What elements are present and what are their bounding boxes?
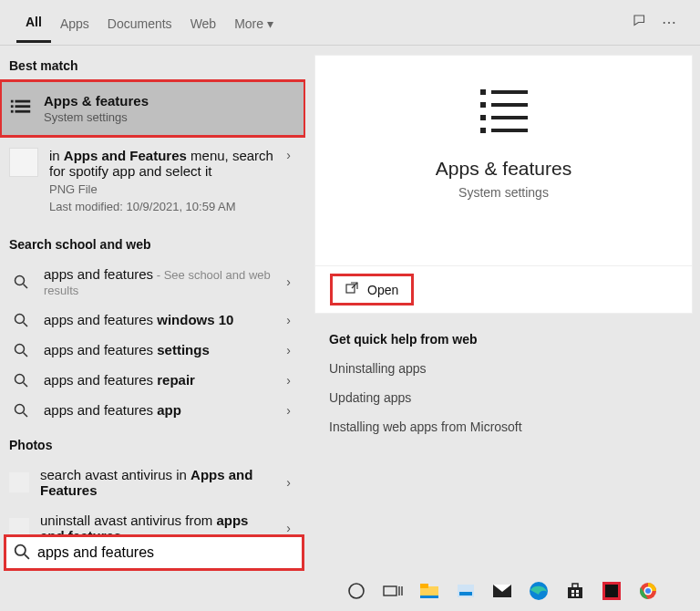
svg-point-6 xyxy=(15,276,25,285)
web-result-text: apps and features repair xyxy=(44,372,275,388)
svg-point-49 xyxy=(645,588,651,594)
taskbar-app-icon-1[interactable] xyxy=(454,579,478,603)
svg-rect-3 xyxy=(15,105,31,108)
taskbar-taskview-icon[interactable] xyxy=(381,579,405,603)
more-options-icon[interactable]: ⋯ xyxy=(654,14,684,31)
section-photos: Photos xyxy=(0,425,305,460)
help-link-0[interactable]: Uninstalling apps xyxy=(329,361,678,376)
section-best-match: Best match xyxy=(0,46,305,80)
svg-rect-33 xyxy=(420,595,438,598)
result-text: Apps & features System settings xyxy=(44,93,296,124)
best-match-subtitle: System settings xyxy=(44,110,296,124)
svg-rect-44 xyxy=(576,594,579,596)
search-icon xyxy=(14,544,30,563)
file-result-type: PNG File xyxy=(49,182,275,196)
web-result-text: apps and features - See school and web r… xyxy=(44,266,275,297)
web-result-2[interactable]: apps and features settings › xyxy=(0,335,305,365)
search-icon xyxy=(9,274,33,289)
quick-help-section: Get quick help from web Uninstalling app… xyxy=(314,314,693,467)
svg-rect-35 xyxy=(459,592,472,595)
search-input[interactable] xyxy=(37,544,294,561)
svg-line-26 xyxy=(25,554,29,558)
svg-line-11 xyxy=(24,352,28,357)
svg-rect-43 xyxy=(571,594,574,596)
taskbar-app-icon-2[interactable] xyxy=(600,579,623,603)
svg-rect-18 xyxy=(480,102,486,108)
file-result-modified: Last modified: 10/9/2021, 10:59 AM xyxy=(49,200,275,213)
tab-all[interactable]: All xyxy=(16,2,51,43)
search-icon xyxy=(9,403,33,418)
svg-rect-24 xyxy=(346,285,355,293)
results-panel: Best match Apps & features System settin… xyxy=(0,46,305,570)
svg-rect-4 xyxy=(11,110,14,113)
chevron-right-icon: › xyxy=(286,403,296,418)
photo-result-text: search avast antivirus in Apps and Featu… xyxy=(40,467,275,498)
taskbar-mail-icon[interactable] xyxy=(490,579,514,603)
svg-rect-46 xyxy=(605,585,618,597)
open-button-label: Open xyxy=(367,283,398,297)
svg-rect-40 xyxy=(572,584,578,588)
svg-rect-1 xyxy=(15,100,31,103)
svg-line-7 xyxy=(24,285,28,289)
web-result-text: apps and features settings xyxy=(44,342,275,357)
search-icon xyxy=(9,343,33,357)
svg-rect-21 xyxy=(491,116,528,119)
svg-point-8 xyxy=(15,314,25,323)
search-icon xyxy=(9,313,33,327)
svg-point-25 xyxy=(15,544,26,554)
preview-actions: Open xyxy=(314,266,693,314)
web-result-3[interactable]: apps and features repair › xyxy=(0,365,305,395)
help-link-2[interactable]: Installing web apps from Microsoft xyxy=(329,419,678,434)
result-file-png[interactable]: in Apps and Features menu, search for sp… xyxy=(0,137,305,224)
taskbar-chrome-icon[interactable] xyxy=(636,579,660,603)
svg-rect-17 xyxy=(491,90,528,94)
feedback-icon[interactable] xyxy=(625,13,654,33)
svg-rect-16 xyxy=(480,89,486,95)
chevron-right-icon: › xyxy=(286,274,296,289)
taskbar-file-explorer-icon[interactable] xyxy=(417,579,441,603)
quick-help-header: Get quick help from web xyxy=(329,332,678,347)
svg-rect-23 xyxy=(491,129,528,132)
chevron-right-icon: › xyxy=(286,521,296,535)
apps-features-large-icon xyxy=(475,79,533,143)
taskbar-edge-icon[interactable] xyxy=(527,579,551,603)
tab-documents[interactable]: Documents xyxy=(98,4,181,42)
chevron-down-icon: ▾ xyxy=(267,16,273,31)
preview-subtitle: System settings xyxy=(458,185,549,200)
svg-rect-32 xyxy=(420,584,428,588)
taskbar-cortana-icon[interactable] xyxy=(345,579,368,603)
web-result-text: apps and features app xyxy=(44,402,275,418)
web-result-0[interactable]: apps and features - See school and web r… xyxy=(0,259,305,305)
file-result-title: in Apps and Features menu, search for sp… xyxy=(49,148,275,179)
svg-point-14 xyxy=(15,404,25,413)
chevron-right-icon: › xyxy=(286,373,296,388)
svg-line-13 xyxy=(24,382,28,387)
web-result-4[interactable]: apps and features app › xyxy=(0,395,305,425)
chevron-right-icon: › xyxy=(286,148,296,162)
help-link-1[interactable]: Updating apps xyxy=(329,390,678,405)
web-result-1[interactable]: apps and features windows 10 › xyxy=(0,305,305,335)
settings-list-icon xyxy=(9,96,33,121)
svg-rect-20 xyxy=(480,115,486,120)
preview-panel: Apps & features System settings Open Get… xyxy=(305,46,700,570)
svg-point-12 xyxy=(15,374,25,383)
svg-rect-19 xyxy=(491,103,528,107)
search-icon xyxy=(9,373,33,388)
photo-result-0[interactable]: search avast antivirus in Apps and Featu… xyxy=(0,460,305,505)
chevron-right-icon: › xyxy=(286,343,296,357)
preview-title: Apps & features xyxy=(436,158,571,180)
search-scope-tabs: All Apps Documents Web More ▾ ⋯ xyxy=(0,0,700,46)
open-icon xyxy=(345,282,358,297)
tab-more[interactable]: More ▾ xyxy=(225,4,283,42)
taskbar-store-icon[interactable] xyxy=(563,579,587,603)
section-search-web: Search school and web xyxy=(0,224,305,259)
chevron-right-icon: › xyxy=(286,475,296,490)
best-match-title: Apps & features xyxy=(44,93,296,109)
result-apps-and-features[interactable]: Apps & features System settings xyxy=(0,80,305,137)
open-button[interactable]: Open xyxy=(330,274,414,306)
search-box[interactable] xyxy=(4,534,304,571)
svg-rect-28 xyxy=(384,586,396,595)
svg-rect-0 xyxy=(11,100,14,103)
tab-apps[interactable]: Apps xyxy=(51,4,98,42)
tab-web[interactable]: Web xyxy=(181,4,226,42)
